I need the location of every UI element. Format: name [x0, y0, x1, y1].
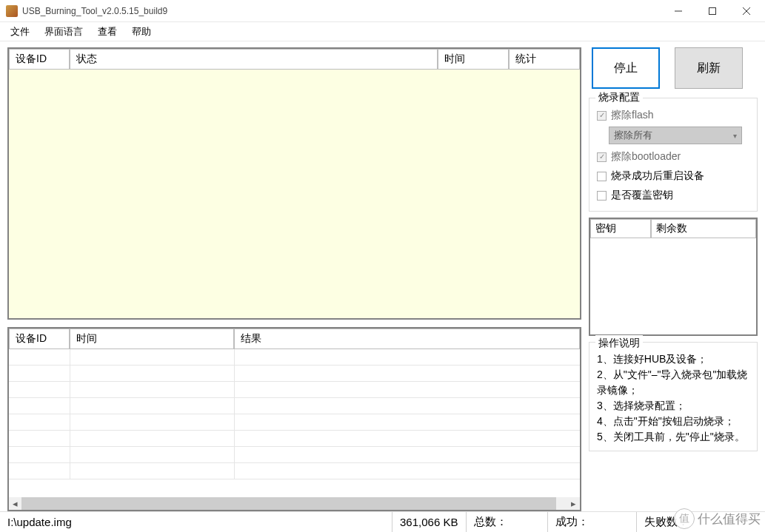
table-row: [9, 366, 580, 382]
instruction-line: 1、连接好HUB及设备；: [597, 351, 749, 367]
col-key[interactable]: 密钥: [590, 219, 651, 238]
chevron-down-icon: ▾: [733, 132, 737, 140]
table-row: [9, 431, 580, 447]
status-success: 成功：: [548, 512, 637, 532]
key-table: 密钥 剩余数: [589, 218, 758, 336]
stop-button[interactable]: 停止: [592, 47, 660, 89]
key-table-body: [590, 238, 756, 334]
result-table-header: 设备ID 时间 结果: [9, 329, 580, 349]
watermark: 值 什么值得买: [674, 508, 761, 529]
refresh-button[interactable]: 刷新: [675, 47, 743, 89]
menu-view[interactable]: 查看: [92, 24, 123, 40]
col2-result[interactable]: 结果: [234, 329, 580, 349]
checkbox-icon: ✓: [597, 152, 607, 162]
minimize-button[interactable]: [661, 0, 695, 22]
erase-bootloader-checkbox[interactable]: ✓ 擦除bootloader: [595, 147, 751, 166]
burn-config-group: 烧录配置 ✓ 擦除flash 擦除所有 ▾ ✓ 擦除bootloader 烧录成…: [589, 98, 758, 212]
instruction-line: 3、选择烧录配置；: [597, 398, 749, 414]
instruction-line: 5、关闭工具前，先"停止"烧录。: [597, 429, 749, 445]
scroll-right-icon[interactable]: ▸: [567, 497, 580, 510]
menu-file[interactable]: 文件: [4, 24, 36, 40]
device-table-body: [9, 70, 580, 318]
instruction-line: 2、从"文件"–"导入烧录包"加载烧录镜像；: [597, 367, 749, 398]
scroll-left-icon[interactable]: ◂: [9, 497, 21, 510]
result-table-panel: 设备ID 时间 结果 ◂ ▸: [7, 327, 581, 511]
instructions-legend: 操作说明: [595, 335, 643, 351]
status-total: 总数：: [467, 512, 548, 532]
checkbox-icon: ✓: [597, 111, 607, 121]
col2-device-id[interactable]: 设备ID: [9, 329, 70, 349]
table-row: [9, 398, 580, 414]
checkbox-icon: [597, 172, 607, 181]
result-table-body: [9, 349, 580, 497]
erase-mode-value: 擦除所有: [614, 129, 652, 142]
maximize-button[interactable]: [695, 0, 729, 22]
erase-flash-label: 擦除flash: [611, 109, 654, 122]
checkbox-icon: [597, 191, 607, 201]
table-row: [9, 382, 580, 398]
close-button[interactable]: [729, 0, 764, 22]
status-path: I:\update.img: [0, 512, 392, 532]
table-row: [9, 447, 580, 463]
device-table-panel: 设备ID 状态 时间 统计: [7, 47, 581, 320]
burn-config-legend: 烧录配置: [595, 91, 643, 104]
menu-language[interactable]: 界面语言: [39, 24, 89, 40]
erase-mode-select[interactable]: 擦除所有 ▾: [609, 127, 742, 144]
menubar: 文件 界面语言 查看 帮助: [0, 22, 765, 41]
col-time[interactable]: 时间: [438, 49, 509, 70]
overwrite-key-checkbox[interactable]: 是否覆盖密钥: [595, 186, 751, 205]
scroll-thumb[interactable]: [21, 497, 556, 510]
menu-help[interactable]: 帮助: [126, 24, 157, 40]
horizontal-scrollbar[interactable]: ◂ ▸: [9, 497, 580, 510]
instruction-line: 4、点击"开始"按钮启动烧录；: [597, 414, 749, 429]
col-status[interactable]: 状态: [70, 49, 438, 70]
status-size: 361,066 KB: [392, 512, 467, 532]
titlebar: USB_Burning_Tool_v2.0.5.15_build9: [0, 0, 765, 22]
instructions-group: 操作说明 1、连接好HUB及设备； 2、从"文件"–"导入烧录包"加载烧录镜像；…: [589, 342, 758, 451]
overwrite-key-label: 是否覆盖密钥: [611, 189, 673, 202]
watermark-icon: 值: [674, 508, 695, 529]
svg-rect-0: [709, 7, 716, 14]
erase-bootloader-label: 擦除bootloader: [611, 150, 681, 164]
col-device-id[interactable]: 设备ID: [9, 49, 70, 70]
reboot-checkbox[interactable]: 烧录成功后重启设备: [595, 166, 751, 186]
col-remaining[interactable]: 剩余数: [651, 219, 756, 238]
statusbar: I:\update.img 361,066 KB 总数： 成功： 失败数：: [0, 511, 765, 532]
watermark-text: 什么值得买: [698, 511, 761, 528]
table-row: [9, 349, 580, 366]
erase-flash-checkbox[interactable]: ✓ 擦除flash: [595, 106, 751, 125]
table-row: [9, 414, 580, 431]
reboot-label: 烧录成功后重启设备: [611, 169, 704, 183]
col-stats[interactable]: 统计: [509, 49, 580, 70]
col2-time[interactable]: 时间: [70, 329, 234, 349]
device-table-header: 设备ID 状态 时间 统计: [9, 49, 580, 70]
table-row: [9, 463, 580, 479]
app-icon: [6, 5, 18, 17]
window-title: USB_Burning_Tool_v2.0.5.15_build9: [22, 6, 661, 16]
